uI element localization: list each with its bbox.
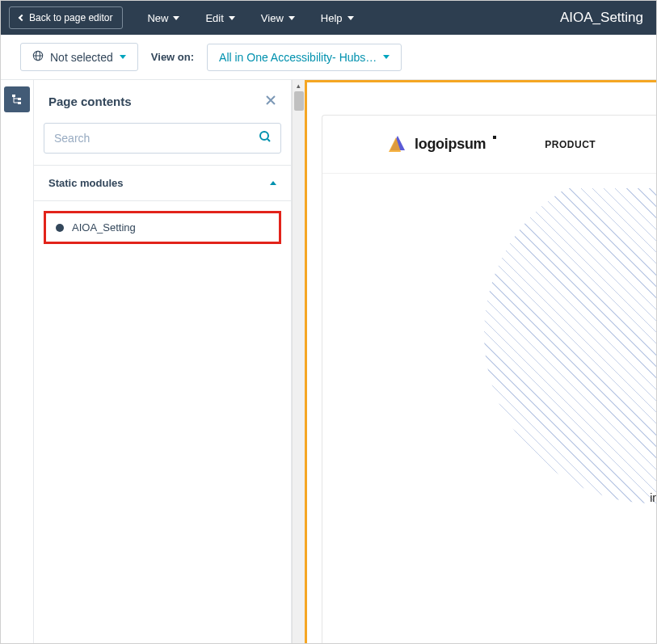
chevron-down-icon: [288, 16, 295, 20]
back-button-label: Back to page editor: [29, 12, 112, 23]
globe-icon: [32, 50, 44, 64]
menu-view[interactable]: View: [261, 12, 295, 24]
partial-text: ir: [650, 491, 656, 504]
contents-toggle-button[interactable]: [4, 86, 30, 112]
svg-point-6: [260, 132, 268, 140]
scrollbar[interactable]: ▴: [292, 80, 305, 644]
svg-rect-3: [12, 95, 15, 97]
page-contents-panel: Page contents Static modules AIOA_Settin…: [33, 80, 292, 644]
main-area: Page contents Static modules AIOA_Settin…: [1, 80, 656, 644]
tree-icon: [11, 93, 23, 106]
svg-rect-4: [18, 98, 21, 100]
chevron-down-icon: [120, 55, 126, 59]
search-wrap: [34, 123, 291, 165]
preview-content[interactable]: logoipsum PRODUCT ir: [322, 115, 656, 644]
chevron-up-icon: [270, 181, 276, 185]
module-item-aioa-setting[interactable]: AIOA_Setting: [44, 211, 281, 244]
environment-dropdown[interactable]: Not selected: [20, 43, 138, 71]
menu-new[interactable]: New: [147, 12, 179, 24]
search-input[interactable]: [44, 123, 281, 154]
menu-bar: New Edit View Help: [147, 12, 353, 24]
search-icon[interactable]: [259, 130, 272, 146]
chevron-down-icon: [229, 16, 235, 20]
section-title: Static modules: [48, 177, 123, 189]
view-on-dropdown[interactable]: All in One Accessibility- Hubs…: [207, 44, 402, 71]
hero-background: [460, 188, 656, 528]
top-bar: Back to page editor New Edit View Help A…: [1, 1, 656, 35]
chevron-down-icon: [173, 16, 179, 20]
module-label: AIOA_Setting: [72, 221, 136, 234]
chevron-down-icon: [347, 16, 354, 20]
module-dot-icon: [56, 224, 64, 232]
panel-header: Page contents: [34, 80, 291, 123]
stripe-pattern: [484, 188, 656, 503]
svg-line-7: [267, 139, 270, 141]
svg-rect-5: [18, 102, 21, 104]
view-on-value: All in One Accessibility- Hubs…: [219, 51, 377, 64]
logo-text: logoipsum: [415, 136, 486, 153]
logo-dot-icon: [493, 136, 496, 139]
view-on-label: View on:: [151, 51, 194, 63]
logo-mark-icon: [387, 134, 408, 155]
left-rail: [1, 80, 33, 644]
sub-bar: Not selected View on: All in One Accessi…: [1, 35, 656, 80]
menu-help[interactable]: Help: [321, 12, 354, 24]
menu-label: Edit: [205, 12, 223, 24]
scrollbar-thumb[interactable]: [294, 91, 304, 111]
panel-title: Page contents: [48, 95, 132, 108]
menu-label: View: [261, 12, 284, 24]
page-title: AIOA_Setting: [560, 10, 648, 26]
close-icon[interactable]: [265, 93, 276, 110]
logo[interactable]: logoipsum: [387, 134, 496, 155]
menu-label: New: [147, 12, 168, 24]
back-button[interactable]: Back to page editor: [9, 6, 123, 29]
static-modules-section[interactable]: Static modules: [34, 165, 291, 201]
menu-edit[interactable]: Edit: [205, 12, 234, 24]
nav-product[interactable]: PRODUCT: [545, 139, 596, 150]
preview-pane: logoipsum PRODUCT ir: [305, 80, 656, 644]
chevron-down-icon: [383, 55, 390, 59]
menu-label: Help: [321, 12, 343, 24]
scroll-up-arrow-icon: ▴: [297, 82, 301, 90]
chevron-left-icon: [19, 15, 25, 21]
site-header: logoipsum PRODUCT: [322, 116, 656, 174]
environment-label: Not selected: [50, 51, 113, 64]
